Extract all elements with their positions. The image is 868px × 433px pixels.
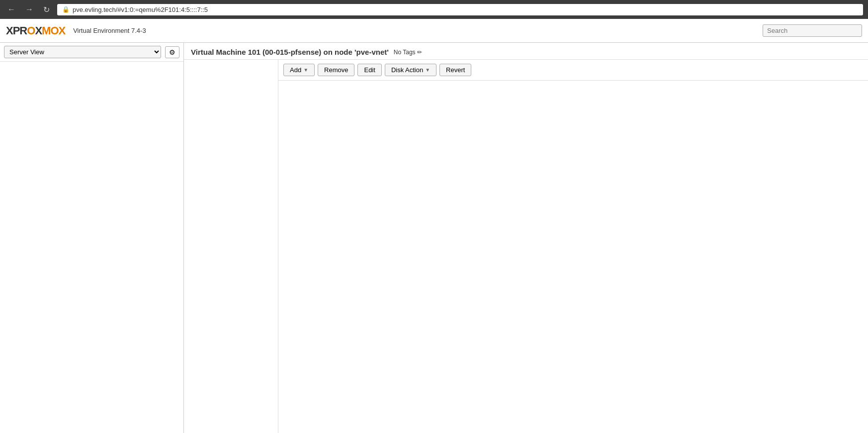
page-title: Virtual Machine 101 (00-015-pfsense) on … (191, 48, 389, 56)
content-title-bar: Virtual Machine 101 (00-015-pfsense) on … (184, 43, 868, 60)
gear-button[interactable]: ⚙ (165, 46, 179, 58)
nav-panel (184, 60, 278, 433)
content-area: Virtual Machine 101 (00-015-pfsense) on … (184, 43, 868, 433)
add-button[interactable]: Add ▼ (283, 64, 315, 76)
no-tags-button[interactable]: No Tags ✏ (394, 49, 422, 56)
lock-icon: 🔒 (62, 6, 70, 13)
hw-toolbar: Add ▼ Remove Edit Disk Action ▼ Revert (278, 60, 868, 81)
server-view-select[interactable]: Server View (4, 46, 161, 58)
refresh-button[interactable]: ↻ (41, 4, 52, 15)
search-input[interactable] (763, 24, 862, 37)
forward-button[interactable]: → (23, 4, 36, 15)
browser-bar: ← → ↻ 🔒 pve.evling.tech/#v1:0:=qemu%2F10… (0, 0, 868, 19)
disk-action-arrow: ▼ (425, 67, 430, 73)
hardware-panel: Add ▼ Remove Edit Disk Action ▼ Revert (278, 60, 868, 433)
remove-button[interactable]: Remove (318, 64, 354, 76)
sidebar-header: Server View ⚙ (0, 43, 183, 62)
back-button[interactable]: ← (5, 4, 18, 15)
pve-version: Virtual Environment 7.4-3 (73, 27, 146, 34)
pve-logo: XPROXMOX (6, 24, 65, 37)
tree (0, 62, 183, 66)
url-bar[interactable]: 🔒 pve.evling.tech/#v1:0:=qemu%2F101:4:5:… (57, 4, 863, 15)
main-layout: Server View ⚙ Virtual Machine 101 (00-01… (0, 43, 868, 433)
revert-button[interactable]: Revert (439, 64, 471, 76)
add-dropdown-arrow: ▼ (303, 67, 308, 73)
sidebar: Server View ⚙ (0, 43, 184, 433)
content-body: Add ▼ Remove Edit Disk Action ▼ Revert (184, 60, 868, 433)
disk-action-button[interactable]: Disk Action ▼ (385, 64, 436, 76)
hw-table (278, 81, 868, 433)
pve-header: XPROXMOX Virtual Environment 7.4-3 (0, 19, 868, 43)
edit-button[interactable]: Edit (357, 64, 381, 76)
url-text: pve.evling.tech/#v1:0:=qemu%2F101:4:5:::… (73, 6, 208, 13)
